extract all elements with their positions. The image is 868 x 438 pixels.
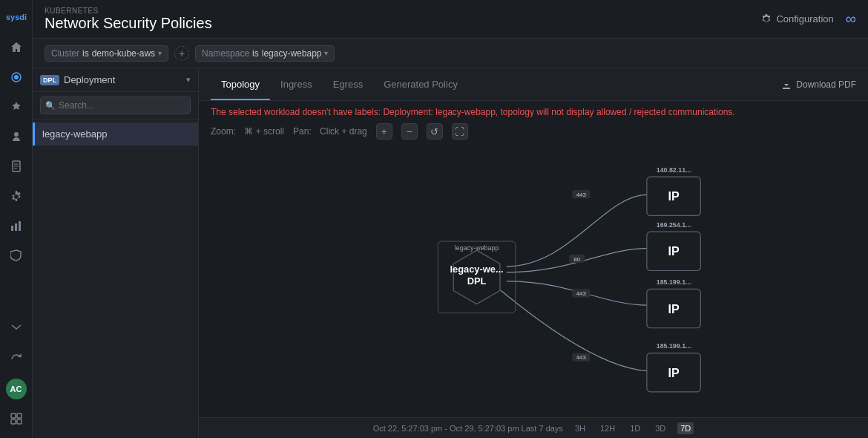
svg-rect-9 [19,221,21,231]
ip1-address: 140.82.11... [657,166,691,174]
tabs: Topology Ingress Egress Generated Policy [211,70,468,99]
cluster-label: Cluster [51,48,79,59]
infinity-icon: ∞ [846,10,856,27]
add-filter-button[interactable]: + [174,46,189,61]
topology-area: The selected workload doesn't have label… [199,101,868,438]
ip1-label: IP [668,189,679,203]
sidebar-item-users[interactable] [3,123,30,150]
namespace-filter[interactable]: Namespace is legacy-webapp ▾ [195,45,335,62]
sysdig-logo: sysdig [3,6,30,27]
search-input[interactable] [40,97,191,114]
download-label: Download PDF [796,79,856,90]
svg-rect-8 [15,223,17,231]
zoom-pan-bar: Zoom: ⌘ + scroll Pan: Click + drag + − ↺… [199,120,868,146]
port-label-3: 443 [576,290,587,297]
zoom-out-button[interactable]: − [401,123,418,140]
bottom-bar: Oct 22, 5:27:03 pm - Oct 29, 5:27:03 pm … [199,417,868,438]
page-title: Network Security Policies [45,15,212,32]
cluster-filter[interactable]: Cluster is demo-kube-aws ▾ [45,45,168,62]
svg-point-1 [14,75,19,79]
list-item[interactable]: legacy-webapp [33,122,198,146]
sidebar-item-refresh[interactable] [3,346,30,373]
filter-bar: Cluster is demo-kube-aws ▾ + Namespace i… [33,39,868,68]
cluster-value: demo-kube-aws [92,48,155,59]
dpl-sublabel: legacy-we... [450,264,503,275]
port-label-2: 80 [573,256,580,263]
ip4-address: 185.199.1... [657,342,691,350]
ip-node-2[interactable]: 169.254.1... IP [647,221,700,271]
zoom-in-button[interactable]: + [376,123,392,140]
header-right: Configuration ∞ [761,10,856,27]
warning-bar: The selected workload doesn't have label… [199,101,868,120]
time-range-3h[interactable]: 3H [572,422,588,434]
namespace-label: Namespace [202,48,249,59]
tabs-bar: Topology Ingress Egress Generated Policy… [199,68,868,101]
left-panel: DPL Deployment ▾ 🔍 legacy-webapp [33,68,199,438]
cluster-chevron-icon: ▾ [158,49,162,57]
ip-node-1[interactable]: 140.82.11... IP [647,166,700,216]
workload-selector[interactable]: DPL Deployment ▾ [33,68,198,92]
sidebar-item-bottom[interactable] [3,405,30,432]
svg-rect-7 [11,226,13,231]
tab-topology[interactable]: Topology [211,70,270,100]
sidebar-item-shield[interactable] [3,242,30,269]
warning-text: The selected workload doesn't have label… [211,107,735,117]
reset-zoom-button[interactable]: ↺ [427,123,443,140]
time-range-3d[interactable]: 3D [652,422,668,434]
tab-generated-policy[interactable]: Generated Policy [373,70,468,100]
sidebar: sysdig AC [0,0,33,438]
time-range-1d[interactable]: 1D [627,422,643,434]
cluster-operator: is [82,48,89,59]
dpl-node[interactable]: legacy-we... DPL [450,250,503,304]
sidebar-item-nodes[interactable] [3,64,30,91]
tab-egress[interactable]: Egress [323,70,373,100]
main-content: KUBERNETES Network Security Policies Con… [33,0,868,438]
dpl-main-label: DPL [467,275,487,287]
svg-rect-12 [11,419,16,424]
ip3-address: 185.199.1... [657,278,691,286]
download-pdf-button[interactable]: Download PDF [781,79,856,90]
sidebar-item-expand[interactable] [3,313,30,340]
content-area: DPL Deployment ▾ 🔍 legacy-webapp Topolog… [33,68,868,438]
port-label-4: 443 [576,354,587,361]
kubernetes-label: KUBERNETES [45,7,212,15]
workload-label: Deployment [64,74,182,85]
sidebar-item-report[interactable] [3,153,30,180]
topology-canvas: 443 80 443 443 [199,153,868,416]
time-range-7d[interactable]: 7D [677,422,694,434]
ip-node-3[interactable]: 185.199.1... IP [647,278,700,328]
right-panel: Topology Ingress Egress Generated Policy… [199,68,868,438]
search-icon: 🔍 [45,101,56,111]
configuration-button[interactable]: Configuration [761,13,833,24]
zoom-label: Zoom: ⌘ + scroll [211,126,284,137]
ip3-label: IP [668,302,679,316]
namespace-chevron-icon: ▾ [324,49,328,57]
avatar[interactable]: AC [6,379,27,399]
pan-label: Pan: Click + drag [293,126,367,137]
ip2-label: IP [668,244,679,258]
config-label: Configuration [776,13,833,24]
top-header: KUBERNETES Network Security Policies Con… [33,0,868,39]
sidebar-item-home[interactable] [3,34,30,61]
workload-chevron-icon: ▾ [186,75,191,85]
svg-rect-10 [11,414,16,418]
fullscreen-button[interactable]: ⛶ [452,123,468,140]
dpl-badge: DPL [40,75,59,85]
namespace-value: legacy-webapp [262,48,322,59]
sidebar-item-chart[interactable] [3,212,30,239]
sidebar-item-gear[interactable] [3,183,30,209]
svg-text:sysdig: sysdig [6,13,27,22]
svg-rect-13 [17,419,22,424]
ip2-address: 169.254.1... [657,221,691,229]
sidebar-item-star[interactable] [3,94,30,120]
tab-ingress[interactable]: Ingress [270,70,323,100]
config-icon [761,14,772,24]
ip-node-4[interactable]: 185.199.1... IP [647,342,700,392]
port-label-1: 443 [576,192,587,198]
time-range-12h[interactable]: 12H [597,422,618,434]
time-range-text: Oct 22, 5:27:03 pm - Oct 29, 5:27:03 pm … [373,424,563,433]
download-icon [781,79,792,90]
svg-rect-11 [17,414,22,418]
title-area: KUBERNETES Network Security Policies [45,7,212,32]
search-box: 🔍 [33,92,198,120]
